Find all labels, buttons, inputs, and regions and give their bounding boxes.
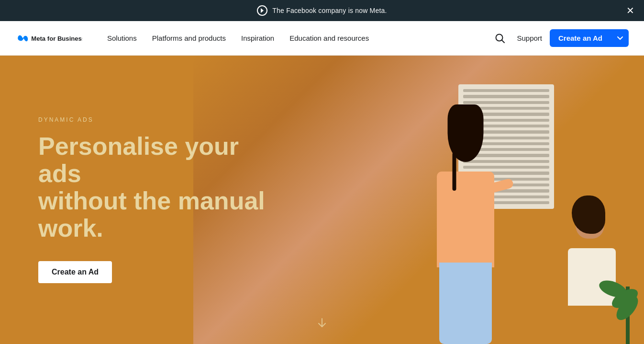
hero-cta-button[interactable]: Create an Ad (38, 261, 112, 283)
scroll-indicator (316, 317, 328, 333)
svg-line-3 (502, 40, 505, 43)
nav-actions: Support Create an Ad (491, 29, 629, 47)
hero-title: Personalise your ads without the manual … (38, 133, 271, 242)
nav-link-inspiration[interactable]: Inspiration (235, 30, 280, 46)
person-main (422, 104, 509, 344)
hero-title-line1: Personalise your ads (38, 132, 239, 187)
hero-section: Dynamic ads Personalise your ads without… (0, 56, 644, 344)
nav-link-education[interactable]: Education and resources (284, 30, 375, 46)
close-announcement-button[interactable]: ✕ (626, 6, 634, 15)
nav-links: Solutions Platforms and products Inspira… (101, 30, 491, 46)
nav-link-platforms[interactable]: Platforms and products (146, 30, 232, 46)
create-ad-button[interactable]: Create an Ad (550, 29, 629, 47)
announcement-bar: The Facebook company is now Meta. ✕ (0, 0, 644, 21)
announcement-text: The Facebook company is now Meta. (272, 7, 387, 14)
support-link[interactable]: Support (517, 34, 542, 42)
search-icon (495, 33, 505, 44)
svg-marker-0 (261, 8, 264, 13)
arrow-right-circle-icon (257, 5, 267, 16)
hero-title-line2: without the manual (38, 187, 265, 215)
nav-link-solutions[interactable]: Solutions (101, 30, 143, 46)
hero-eyebrow: Dynamic ads (38, 116, 271, 123)
navbar: Meta for Business Solutions Platforms an… (0, 21, 644, 56)
chevron-down-icon[interactable] (611, 31, 629, 46)
hero-title-line3: work. (38, 214, 103, 242)
plant-decoration (587, 248, 644, 344)
svg-text:Meta for Business: Meta for Business (31, 35, 82, 42)
hero-content: Dynamic ads Personalise your ads without… (0, 56, 290, 344)
logo[interactable]: Meta for Business (15, 32, 82, 45)
search-button[interactable] (491, 29, 509, 47)
create-ad-label: Create an Ad (550, 29, 611, 47)
